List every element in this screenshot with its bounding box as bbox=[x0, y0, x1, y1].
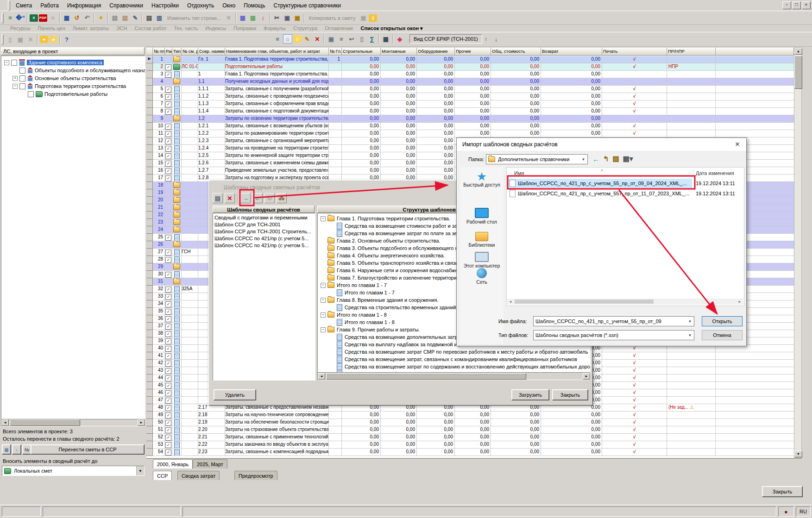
row-checkbox[interactable]: ✓ bbox=[165, 338, 171, 344]
new-folder-icon[interactable]: ▨ bbox=[613, 155, 619, 163]
row-marker[interactable] bbox=[146, 175, 153, 182]
row-checkbox-cell[interactable] bbox=[165, 219, 172, 226]
row-marker[interactable] bbox=[146, 315, 153, 323]
place-Этот компьютер[interactable]: Этот компьютер bbox=[460, 252, 504, 268]
structure-tree-item[interactable]: −Глава 1. Подготовка территории строител… bbox=[321, 215, 450, 222]
structure-tree-item[interactable]: −Итого по главам 1 - 7 bbox=[321, 281, 387, 289]
row-checkbox[interactable]: ✓ bbox=[165, 412, 171, 418]
structure-tree-item[interactable]: −Итого по главам 1 - 8 bbox=[321, 311, 387, 318]
copy-window-icon[interactable]: ▣ bbox=[327, 34, 336, 44]
row-marker[interactable] bbox=[146, 100, 153, 108]
sum-doc-icon[interactable]: ∑ bbox=[367, 34, 377, 44]
row-checkbox[interactable]: ✓ bbox=[165, 87, 171, 93]
column-header-fill[interactable] bbox=[716, 48, 794, 56]
toolbar-grip[interactable] bbox=[1, 13, 4, 23]
edit-doc-icon[interactable]: ✎ bbox=[302, 34, 312, 44]
structure-tree-item[interactable]: Средства на возмещение дополнительных за… bbox=[330, 333, 463, 341]
row-checkbox-cell[interactable]: ✓ bbox=[165, 152, 172, 160]
structure-tree-item[interactable]: Глава 2. Основные объекты строительства. bbox=[321, 237, 440, 244]
print-settings-icon[interactable]: ▥ bbox=[155, 13, 164, 23]
row-marker[interactable] bbox=[146, 263, 153, 271]
cut-icon[interactable]: ✂ bbox=[272, 13, 282, 23]
tab-Тех. часть[interactable]: Тех. часть bbox=[170, 25, 201, 31]
menu-Помощь[interactable]: Помощь bbox=[239, 1, 269, 10]
row-marker[interactable] bbox=[146, 389, 153, 397]
template-list-item[interactable]: Шаблон ССРСС по 421/пр (с учетом 5... bbox=[214, 236, 309, 243]
template-list-item[interactable]: Шаблон ССР для ТСН-2001 Строитель... bbox=[214, 229, 311, 236]
print-flag-cell[interactable]: √ bbox=[602, 374, 667, 382]
delete-doc-icon[interactable]: ✕ bbox=[26, 35, 35, 44]
row-checkbox-cell[interactable]: ✓ bbox=[165, 167, 172, 175]
print-flag-cell[interactable]: √ bbox=[602, 397, 667, 404]
table-row-4[interactable]: 41.1Получение исходных данных и условий … bbox=[146, 78, 794, 86]
row-checkbox-cell[interactable]: ✓ bbox=[165, 93, 172, 100]
move-to-chapter-button[interactable]: ↓ bbox=[12, 444, 21, 455]
chevron-down-icon[interactable]: ▼ bbox=[686, 319, 694, 324]
column-header-v2[interactable]: Монтажные bbox=[381, 48, 417, 56]
structure-tree-item[interactable]: Средства на возмещение затрат по плате з… bbox=[330, 230, 462, 237]
row-checkbox-cell[interactable]: ✓ bbox=[165, 63, 172, 71]
structure-icon[interactable]: ≡ bbox=[273, 34, 282, 44]
row-marker[interactable] bbox=[146, 360, 153, 367]
column-header-ab[interactable]: Сокр. наимен. bbox=[198, 48, 225, 56]
place-Библиотеки[interactable]: Библиотеки bbox=[460, 232, 504, 248]
row-checkbox-cell[interactable]: ✓ bbox=[165, 256, 172, 263]
row-marker[interactable] bbox=[146, 449, 153, 456]
delete-icon[interactable]: ✕ bbox=[313, 34, 322, 44]
table-row-11[interactable]: 11✓1.2.2Затраты по разминированию террит… bbox=[146, 130, 794, 137]
print-flag-cell[interactable]: √ bbox=[602, 56, 667, 63]
row-marker[interactable] bbox=[146, 226, 153, 234]
row-checkbox-cell[interactable]: ✓ bbox=[165, 330, 172, 337]
copy-page-icon[interactable]: ▣ bbox=[359, 13, 368, 23]
renumber-button[interactable]: ▦ bbox=[2, 444, 11, 455]
insert-level-combobox[interactable]: Локальных смет ▼ bbox=[2, 466, 145, 476]
ungroup-icon[interactable]: ▦ bbox=[248, 13, 258, 23]
file-row[interactable]: Шаблон_ССРСС_по_421_пр_с_учетом_55_пр_от… bbox=[508, 179, 692, 188]
row-marker[interactable] bbox=[146, 123, 153, 130]
structure-tree-item[interactable]: Средства на возмещение затрат по содержа… bbox=[330, 363, 590, 370]
row-checkbox-cell[interactable]: ✓ bbox=[165, 441, 172, 449]
column-header-pr[interactable]: Печать bbox=[602, 48, 667, 56]
scroll-left-icon[interactable]: ◄ bbox=[318, 373, 325, 380]
print-flag-cell[interactable] bbox=[602, 78, 667, 86]
row-marker[interactable] bbox=[146, 367, 153, 374]
scroll-right-icon[interactable]: ► bbox=[138, 419, 145, 426]
structure-tree-item[interactable]: Итого по главам 1 - 8 bbox=[330, 318, 395, 326]
row-marker[interactable] bbox=[146, 345, 153, 352]
tree-expand-icon[interactable]: ≡ bbox=[6, 13, 15, 23]
new-folder-icon[interactable]: ▯ bbox=[293, 35, 302, 43]
column-header-ic[interactable]: Тип bbox=[172, 48, 182, 56]
row-checkbox[interactable]: ✓ bbox=[165, 375, 171, 381]
close-templates-button[interactable]: Закрыть bbox=[552, 389, 588, 400]
row-checkbox-cell[interactable]: ✓ bbox=[165, 271, 172, 278]
row-checkbox-cell[interactable]: ✓ bbox=[165, 382, 172, 389]
table-row-1[interactable]: ▶1Гл. 1Глава 1. Подготовка территории ст… bbox=[146, 56, 794, 63]
row-checkbox[interactable]: ✓ bbox=[165, 101, 171, 107]
row-checkbox[interactable]: ✓ bbox=[165, 64, 171, 70]
row-marker[interactable] bbox=[146, 63, 153, 71]
menu-Структурные справочники[interactable]: Структурные справочники bbox=[269, 1, 345, 10]
row-checkbox-cell[interactable] bbox=[165, 278, 172, 286]
table-vscrollbar[interactable]: ▲ ▼ bbox=[794, 48, 802, 458]
row-marker[interactable] bbox=[146, 86, 153, 93]
column-header-v6[interactable]: Возврат bbox=[541, 48, 602, 56]
table-row-51[interactable]: 51✓2.20Затраты на страхование объекта ст… bbox=[146, 426, 794, 434]
row-marker[interactable] bbox=[146, 204, 153, 212]
row-marker[interactable] bbox=[146, 145, 153, 152]
column-header-pn[interactable]: ПР/НПР bbox=[667, 48, 716, 56]
row-checkbox[interactable]: ✓ bbox=[165, 72, 171, 78]
tree-checkbox[interactable] bbox=[19, 68, 25, 74]
row-checkbox-cell[interactable]: ✓ bbox=[165, 315, 172, 323]
tab-Панель цен[interactable]: Панель цен bbox=[34, 25, 69, 31]
row-checkbox-cell[interactable]: ✓ bbox=[165, 286, 172, 293]
print-flag-cell[interactable]: √ bbox=[602, 360, 667, 367]
expand-icon[interactable]: − bbox=[13, 84, 18, 89]
print-flag-cell[interactable]: √ bbox=[602, 412, 667, 419]
structure-tree-item[interactable]: Глава 3. Объекты подсобного и обслуживаю… bbox=[321, 244, 461, 252]
view-tab-Предпросмотр[interactable]: Предпросмотр bbox=[234, 471, 277, 480]
cancel-button[interactable]: Отмена bbox=[702, 330, 743, 340]
row-checkbox[interactable]: ✓ bbox=[165, 287, 171, 293]
project-tree-item[interactable]: −Подготовка территории строительства bbox=[13, 82, 126, 90]
row-checkbox-cell[interactable]: ✓ bbox=[165, 308, 172, 315]
row-marker[interactable] bbox=[146, 197, 153, 204]
